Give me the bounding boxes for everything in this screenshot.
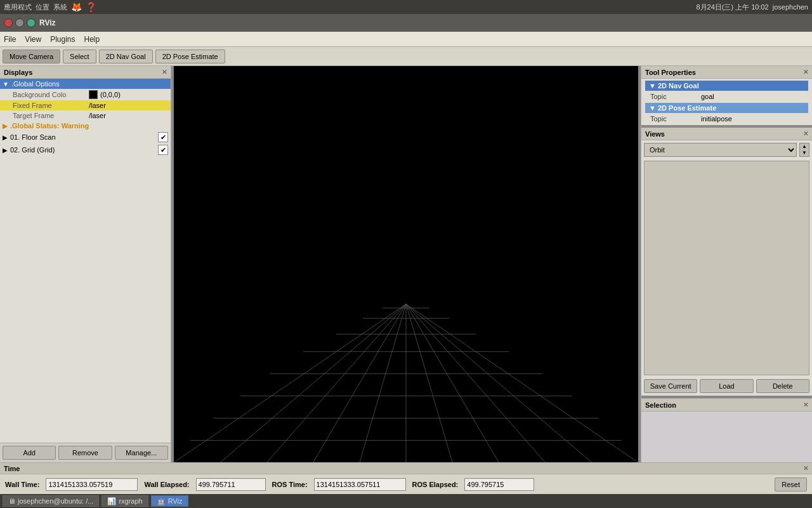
background-color-swatch[interactable]: [89, 90, 98, 99]
2d-nav-goal-topic-value: goal: [701, 93, 714, 100]
grid-expand-icon[interactable]: ▶: [3, 147, 8, 154]
global-options-item[interactable]: ▼ .Global Options: [0, 79, 171, 89]
time-title: Time: [4, 465, 20, 472]
grid-label: 02. Grid (Grid): [10, 146, 157, 154]
background-color-row: Background Colo (0,0,0): [0, 89, 171, 100]
rviz-icon: 🤖: [157, 497, 166, 505]
time-bar: Time ✕ Wall Time: Wall Elapsed: ROS Time…: [0, 462, 812, 494]
tool-properties-section: Tool Properties ✕ ▼ 2D Nav Goal Topic go…: [641, 66, 812, 125]
tool-properties-header: Tool Properties ✕: [641, 66, 812, 79]
menu-help[interactable]: Help: [84, 35, 100, 44]
close-button[interactable]: [4, 18, 13, 27]
grid-visualization: [174, 225, 638, 462]
wall-elapsed-input[interactable]: [196, 478, 266, 491]
displays-tree[interactable]: ▼ .Global Options Background Colo (0,0,0…: [0, 79, 171, 443]
window-title: RViz: [39, 18, 56, 27]
2d-nav-goal-expand: ▼: [649, 82, 656, 90]
save-current-button[interactable]: Save Current: [644, 379, 697, 393]
selection-close-icon[interactable]: ✕: [803, 401, 808, 408]
main-layout: Displays ✕ ▼ .Global Options Background …: [0, 66, 812, 462]
2d-pose-estimate-label: 2D Pose Estimate: [658, 104, 716, 112]
maximize-button[interactable]: [27, 18, 36, 27]
svg-line-3: [313, 304, 406, 462]
wall-elapsed-label: Wall Elapsed:: [144, 481, 189, 488]
menu-view[interactable]: View: [25, 35, 41, 44]
svg-line-1: [220, 304, 406, 462]
help-icon[interactable]: ❓: [86, 2, 96, 12]
move-camera-button[interactable]: Move Camera: [3, 50, 60, 64]
selection-section: Selection ✕: [641, 398, 812, 462]
selection-title: Selection: [645, 401, 676, 409]
title-bar-buttons: [4, 18, 36, 27]
background-color-label: Background Colo: [13, 91, 89, 98]
taskbar-rviz-label: RViz: [168, 497, 183, 505]
fixed-frame-row: Fixed Frame /laser: [0, 100, 171, 110]
minimize-button[interactable]: [15, 18, 24, 27]
svg-line-8: [406, 304, 546, 462]
views-select-row: Orbit ▲ ▼: [641, 140, 812, 159]
select-button[interactable]: Select: [63, 50, 96, 64]
tool-properties-content: ▼ 2D Nav Goal Topic goal ▼ 2D Pose Estim…: [641, 79, 812, 125]
views-spinner-down[interactable]: ▼: [800, 150, 809, 156]
system-menu[interactable]: 系統: [53, 3, 67, 12]
wall-time-input[interactable]: [46, 478, 138, 491]
views-section: Views ✕ Orbit ▲ ▼ Save Current Load Dele…: [641, 128, 812, 396]
floor-scan-item[interactable]: ▶ 01. Floor Scan ✔: [0, 131, 171, 144]
floor-scan-expand-icon[interactable]: ▶: [3, 134, 8, 141]
grid-checkbox[interactable]: ✔: [158, 145, 168, 155]
floor-scan-checkbox[interactable]: ✔: [158, 132, 168, 142]
time-close-icon[interactable]: ✕: [803, 465, 808, 472]
2d-nav-goal-button[interactable]: 2D Nav Goal: [99, 50, 153, 64]
location-menu[interactable]: 位置: [36, 3, 49, 12]
taskbar-rxgraph[interactable]: 📊 rxgraph: [102, 495, 148, 507]
menu-file[interactable]: File: [4, 35, 16, 44]
2d-nav-goal-topic-row: Topic goal: [644, 91, 809, 102]
views-buttons: Save Current Load Delete: [641, 377, 812, 396]
views-type-dropdown[interactable]: Orbit: [644, 143, 797, 157]
system-bar-right: 8月24日(三) 上午 10:02 josephchen: [696, 3, 808, 12]
ros-time-input[interactable]: [314, 478, 406, 491]
tool-properties-close-icon[interactable]: ✕: [803, 69, 808, 76]
grid-item[interactable]: ▶ 02. Grid (Grid) ✔: [0, 144, 171, 156]
svg-line-10: [406, 304, 638, 462]
global-options-label: .Global Options: [11, 80, 168, 88]
menu-plugins[interactable]: Plugins: [50, 35, 75, 44]
global-status-expand-icon[interactable]: ▶: [3, 123, 8, 130]
global-status-label: .Global Status: Warning: [10, 122, 168, 130]
2d-pose-estimate-button[interactable]: 2D Pose Estimate: [155, 50, 225, 64]
delete-button[interactable]: Delete: [756, 379, 809, 393]
2d-pose-estimate-expand: ▼: [649, 104, 656, 112]
time-row: Wall Time: Wall Elapsed: ROS Time: ROS E…: [0, 474, 812, 494]
app-menu[interactable]: 應用程式: [4, 3, 32, 12]
manage-button[interactable]: Manage...: [115, 446, 168, 460]
expand-icon[interactable]: ▼: [3, 81, 9, 88]
2d-nav-goal-item[interactable]: ▼ 2D Nav Goal: [645, 81, 808, 91]
views-spinner-up[interactable]: ▲: [800, 144, 809, 150]
ros-time-label: ROS Time:: [272, 481, 308, 488]
add-button[interactable]: Add: [3, 446, 56, 460]
title-bar: RViz: [0, 14, 812, 32]
remove-button[interactable]: Remove: [58, 446, 112, 460]
2d-pose-estimate-item[interactable]: ▼ 2D Pose Estimate: [645, 103, 808, 113]
displays-header: Displays ✕: [0, 66, 171, 79]
system-bar-left: 應用程式 位置 系統 🦊 ❓: [4, 2, 96, 12]
wall-time-label: Wall Time:: [5, 481, 39, 488]
svg-line-7: [406, 304, 499, 462]
ros-elapsed-input[interactable]: [464, 478, 534, 491]
displays-close-icon[interactable]: ✕: [162, 69, 167, 76]
svg-line-0: [174, 304, 406, 462]
taskbar-terminal[interactable]: 🖥 josephchen@ubuntu: /...: [3, 495, 99, 507]
firefox-icon[interactable]: 🦊: [71, 2, 82, 12]
reset-button[interactable]: Reset: [775, 478, 807, 491]
3d-viewport[interactable]: [174, 66, 638, 462]
displays-title: Displays: [4, 69, 32, 76]
load-button[interactable]: Load: [700, 379, 753, 393]
target-frame-row: Target Frame /laser: [0, 110, 171, 121]
views-close-icon[interactable]: ✕: [803, 130, 808, 137]
views-spinner: ▲ ▼: [799, 143, 809, 157]
rxgraph-icon: 📊: [107, 497, 116, 505]
global-status-item[interactable]: ▶ .Global Status: Warning: [0, 121, 171, 131]
fixed-frame-value: /laser: [89, 102, 106, 109]
svg-line-6: [406, 304, 452, 462]
taskbar-rviz[interactable]: 🤖 RViz: [151, 495, 188, 507]
